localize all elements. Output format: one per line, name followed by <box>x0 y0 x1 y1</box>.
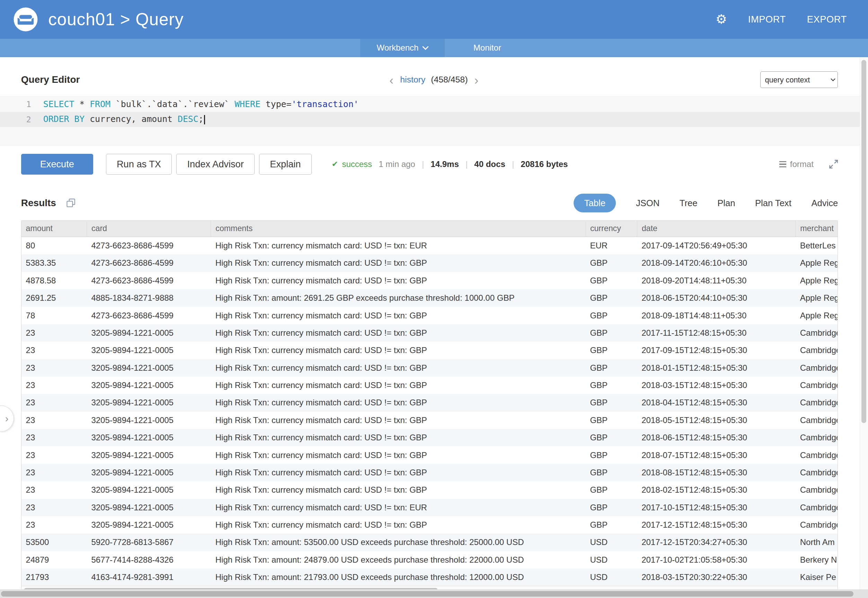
page-horizontal-scrollbar-thumb[interactable] <box>1 591 853 597</box>
cell-card: 3205-9894-1221-0005 <box>87 359 211 377</box>
cell-currency: USD <box>586 551 637 568</box>
cell-amount: 23 <box>21 412 87 429</box>
column-header-amount[interactable]: amount <box>21 221 87 237</box>
cell-card: 4273-6623-8686-4599 <box>87 306 211 324</box>
cell-card: 3205-9894-1221-0005 <box>87 516 211 534</box>
line-number: 2 <box>0 115 43 124</box>
table-row: 233205-9894-1221-0005High Risk Txn: curr… <box>21 464 838 481</box>
results-tab-table[interactable]: Table <box>574 194 616 213</box>
execute-button[interactable]: Execute <box>21 154 93 175</box>
table-row: 233205-9894-1221-0005High Risk Txn: curr… <box>21 342 838 359</box>
status-bytes: 20816 bytes <box>521 159 568 169</box>
results-header: Results TableJSONTreePlanPlan TextAdvice <box>0 194 868 213</box>
cell-card: 3205-9894-1221-0005 <box>87 412 211 429</box>
cell-date: 2018-06-15T12:48:15+05:30 <box>637 429 796 446</box>
results-table-head-row: amountcardcommentscurrencydatemerchant <box>21 221 838 237</box>
collapse-editor-icon[interactable] <box>829 160 838 169</box>
results-tab-tree[interactable]: Tree <box>680 198 698 208</box>
results-table-body: 804273-6623-8686-4599High Risk Txn: curr… <box>21 237 838 586</box>
cell-card: 3205-9894-1221-0005 <box>87 481 211 499</box>
format-button[interactable]: format <box>779 159 813 169</box>
cell-date: 2018-09-14T20:46:10+05:30 <box>637 254 796 272</box>
format-label: format <box>790 159 814 169</box>
results-tab-advice[interactable]: Advice <box>811 198 838 208</box>
table-row: 233205-9894-1221-0005High Risk Txn: curr… <box>21 412 838 429</box>
cell-merchant: Kaiser Pe <box>796 568 838 586</box>
table-row: 233205-9894-1221-0005High Risk Txn: curr… <box>21 324 838 342</box>
code-editor[interactable]: 1SELECT * FROM `bulk`.`data`.`review` WH… <box>0 96 868 145</box>
cell-comments: High Risk Txn: currency mismatch card: U… <box>211 272 586 289</box>
cell-card: 4273-6623-8686-4599 <box>87 254 211 272</box>
cell-card: 3205-9894-1221-0005 <box>87 429 211 446</box>
page-horizontal-scrollbar[interactable] <box>0 589 868 598</box>
cell-amount: 23 <box>21 516 87 534</box>
cell-currency: GBP <box>586 481 637 499</box>
column-header-card[interactable]: card <box>87 221 211 237</box>
cell-card: 3205-9894-1221-0005 <box>87 324 211 342</box>
column-header-merchant[interactable]: merchant <box>796 221 838 237</box>
status-state: success <box>342 159 372 169</box>
export-button[interactable]: EXPORT <box>807 14 847 25</box>
results-table: amountcardcommentscurrencydatemerchant 8… <box>21 220 838 594</box>
copy-results-icon[interactable] <box>66 198 76 208</box>
cell-currency: USD <box>586 534 637 551</box>
chevron-right-icon[interactable]: › <box>473 74 480 86</box>
table-row: 784273-6623-8686-4599High Risk Txn: curr… <box>21 306 838 324</box>
cell-merchant: Apple Reg <box>796 254 838 272</box>
column-header-currency[interactable]: currency <box>586 221 637 237</box>
tab-monitor[interactable]: Monitor <box>467 39 508 57</box>
import-button[interactable]: IMPORT <box>748 14 786 25</box>
cell-merchant: Cambridge <box>796 481 838 499</box>
cell-currency: GBP <box>586 377 637 394</box>
column-header-comments[interactable]: comments <box>211 221 586 237</box>
run-as-tx-button[interactable]: Run as TX <box>106 154 172 175</box>
cell-comments: High Risk Txn: currency mismatch card: U… <box>211 306 586 324</box>
actions-row: Execute Run as TX Index Advisor Explain … <box>0 154 868 175</box>
cell-amount: 2691.25 <box>21 289 87 306</box>
cell-amount: 23 <box>21 394 87 411</box>
table-row: 233205-9894-1221-0005High Risk Txn: curr… <box>21 429 838 446</box>
table-row: 233205-9894-1221-0005High Risk Txn: curr… <box>21 377 838 394</box>
results-tab-plan[interactable]: Plan <box>717 198 735 208</box>
chevron-left-icon[interactable]: ‹ <box>388 74 394 86</box>
table-row: 233205-9894-1221-0005High Risk Txn: curr… <box>21 359 838 377</box>
query-context-select[interactable]: query context <box>760 71 838 88</box>
cell-amount: 80 <box>21 237 87 254</box>
couchbase-logo-icon[interactable] <box>13 7 38 32</box>
results-heading: Results <box>21 197 56 209</box>
results-tab-json[interactable]: JSON <box>636 198 659 208</box>
table-row: 233205-9894-1221-0005High Risk Txn: curr… <box>21 516 838 534</box>
gear-icon[interactable]: ⚙ <box>716 13 727 26</box>
cell-currency: GBP <box>586 429 637 446</box>
page-vertical-scrollbar[interactable] <box>860 57 868 589</box>
cell-date: 2017-10-15T12:48:15+05:30 <box>637 499 796 516</box>
results-tab-plan-text[interactable]: Plan Text <box>755 198 792 208</box>
column-header-date[interactable]: date <box>637 221 796 237</box>
status-doc-count: 40 docs <box>474 159 505 169</box>
header-actions: ⚙ IMPORT EXPORT <box>716 13 847 26</box>
cell-currency: GBP <box>586 412 637 429</box>
status-time-ago: 1 min ago <box>379 159 415 169</box>
history-nav: ‹ history (458/458) › <box>0 74 868 86</box>
explain-button[interactable]: Explain <box>259 154 312 175</box>
tab-workbench-label: Workbench <box>377 43 419 53</box>
table-row: 233205-9894-1221-0005High Risk Txn: curr… <box>21 446 838 463</box>
cell-date: 2017-12-15T20:34:27+05:30 <box>637 534 796 551</box>
index-advisor-button[interactable]: Index Advisor <box>176 154 255 175</box>
cell-comments: High Risk Txn: currency mismatch card: U… <box>211 412 586 429</box>
history-link[interactable]: history <box>400 75 425 85</box>
tab-workbench[interactable]: Workbench <box>360 39 445 57</box>
page-vertical-scrollbar-thumb[interactable] <box>861 60 866 423</box>
code-line[interactable]: 2ORDER BY currency, amount DESC; <box>0 112 868 127</box>
sidebar-expand-toggle[interactable]: › <box>0 405 14 432</box>
cell-currency: GBP <box>586 394 637 411</box>
cell-date: 2018-02-15T12:48:15+05:30 <box>637 481 796 499</box>
cell-merchant: Cambridge <box>796 342 838 359</box>
code-line[interactable]: 1SELECT * FROM `bulk`.`data`.`review` WH… <box>0 97 868 112</box>
cell-card: 4163-4174-9281-3991 <box>87 568 211 586</box>
cell-amount: 23 <box>21 429 87 446</box>
cell-comments: High Risk Txn: currency mismatch card: U… <box>211 342 586 359</box>
cell-date: 2018-04-15T12:48:15+05:30 <box>637 394 796 411</box>
cell-merchant: Apple Reg <box>796 272 838 289</box>
cell-date: 2018-07-15T12:48:15+05:30 <box>637 446 796 463</box>
